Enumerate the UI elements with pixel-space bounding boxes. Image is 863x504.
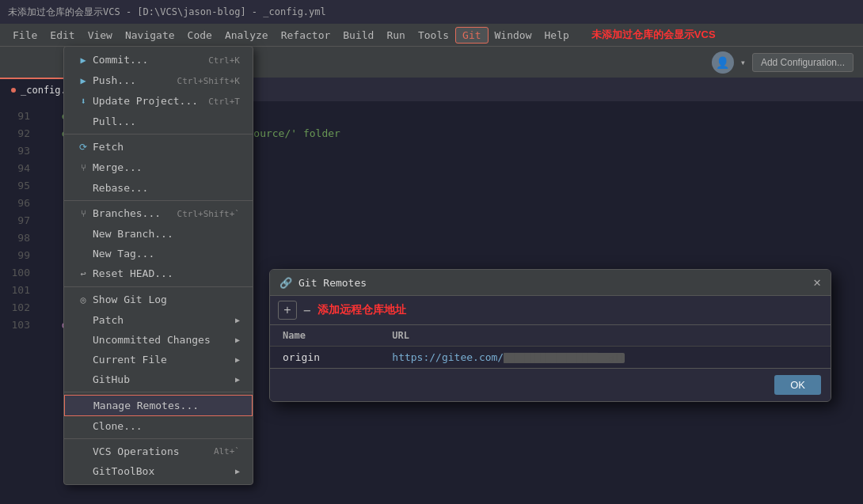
remote-url-cell: https://gitee.com/██████████████████ .gi… [379, 347, 831, 369]
menu-build[interactable]: Build [336, 28, 380, 43]
push-icon: ▶ [77, 74, 89, 87]
menu-edit[interactable]: Edit [44, 28, 81, 43]
menu-view[interactable]: View [82, 28, 119, 43]
title-bar: 未添加过仓库的会显示VCS - [D:\VCS\jason-blog] - _c… [0, 0, 863, 24]
dialog-title-bar: 🔗 Git Remotes ✕ [270, 270, 831, 296]
remote-name-cell: origin [270, 347, 379, 369]
vcs-ops-shortcut: Alt+` [214, 446, 240, 457]
avatar-icon: 👤 [716, 56, 729, 69]
git-menu-push[interactable]: ▶Push... Ctrl+Shift+K [64, 70, 253, 91]
line-num-102: 102 [10, 299, 30, 316]
url-blurred: ██████████████████ .git [504, 353, 624, 363]
menu-window[interactable]: Window [489, 28, 538, 43]
menu-help[interactable]: Help [538, 28, 576, 43]
line-num-98: 98 [10, 229, 30, 247]
push-shortcut: Ctrl+Shift+K [177, 76, 240, 86]
dialog-annotation: 添加远程仓库地址 [317, 303, 406, 317]
git-remotes-dialog: 🔗 Git Remotes ✕ + − 添加远程仓库地址 Name URL or… [269, 269, 831, 402]
dialog-close-button[interactable]: ✕ [813, 276, 821, 289]
line-num-103: 103 [10, 316, 30, 334]
git-menu-new-branch[interactable]: New Branch... [64, 224, 253, 244]
line-num-96: 96 [10, 195, 30, 212]
git-dropdown-menu: ▶Commit... Ctrl+K ▶Push... Ctrl+Shift+K … [63, 46, 253, 485]
git-menu-pull[interactable]: Pull... [64, 112, 253, 131]
col-header-url: URL [379, 325, 831, 347]
dialog-title-text: Git Remotes [298, 277, 367, 289]
branches-shortcut: Ctrl+Shift+` [177, 209, 240, 219]
git-menu-fetch[interactable]: ⟳Fetch [64, 137, 253, 157]
line-num-92: 92 [10, 125, 30, 142]
title-text: 未添加过仓库的会显示VCS - [D:\VCS\jason-blog] - _c… [8, 6, 326, 19]
git-log-icon: ◎ [77, 294, 89, 306]
git-menu-clone[interactable]: Clone... [64, 416, 253, 436]
menu-bar: File Edit View Navigate Code Analyze Ref… [0, 24, 863, 46]
menu-tools[interactable]: Tools [412, 28, 455, 43]
git-menu-rebase[interactable]: Rebase... [64, 178, 253, 198]
current-file-submenu-arrow: ▶ [235, 355, 240, 364]
menu-refactor[interactable]: Refactor [275, 28, 337, 43]
vcs-annotation: 未添加过仓库的会显示VCS [591, 28, 716, 42]
git-menu-merge[interactable]: ⑂Merge... [64, 157, 253, 178]
menu-navigate[interactable]: Navigate [119, 28, 181, 43]
line-num-97: 97 [10, 212, 30, 229]
remove-remote-button[interactable]: − [303, 303, 311, 318]
separator-1 [64, 134, 253, 135]
git-menu-reset-head[interactable]: ↩Reset HEAD... [64, 263, 253, 284]
github-submenu-arrow: ▶ [235, 375, 240, 384]
git-menu-update[interactable]: ⬇Update Project... Ctrl+T [64, 91, 253, 112]
separator-5 [64, 438, 253, 439]
git-menu-patch[interactable]: Patch ▶ [64, 310, 253, 330]
dialog-footer: OK [270, 368, 831, 401]
patch-submenu-arrow: ▶ [235, 316, 240, 324]
line-num-99: 99 [10, 247, 30, 264]
avatar-dropdown-arrow[interactable]: ▾ [740, 57, 746, 68]
git-menu-github[interactable]: GitHub ▶ [64, 369, 253, 389]
merge-icon: ⑂ [77, 161, 89, 174]
dialog-title: 🔗 Git Remotes [279, 277, 367, 289]
menu-code[interactable]: Code [181, 28, 219, 43]
git-menu-branches[interactable]: ⑂Branches... Ctrl+Shift+` [64, 203, 253, 224]
dialog-toolbar: + − 添加远程仓库地址 [270, 296, 831, 325]
update-icon: ⬇ [77, 95, 89, 108]
git-menu-commit[interactable]: ▶Commit... Ctrl+K [64, 50, 253, 70]
commit-shortcut: Ctrl+K [208, 55, 240, 66]
fetch-icon: ⟳ [77, 141, 89, 153]
tab-modified-dot [11, 88, 16, 93]
git-menu-show-git-log[interactable]: ◎Show Git Log [64, 290, 253, 310]
separator-2 [64, 200, 253, 201]
update-shortcut: Ctrl+T [208, 97, 240, 107]
dialog-title-icon: 🔗 [279, 277, 292, 289]
line-num-93: 93 [10, 142, 30, 160]
line-numbers: 91 92 93 94 95 96 97 98 99 100 101 102 1… [0, 101, 40, 504]
line-num-100: 100 [10, 264, 30, 282]
git-menu-manage-remotes[interactable]: Manage Remotes... [64, 395, 253, 416]
col-header-name: Name [270, 325, 379, 347]
ok-button[interactable]: OK [774, 375, 821, 395]
separator-4 [64, 392, 253, 392]
uncommitted-submenu-arrow: ▶ [235, 335, 240, 344]
git-menu-current-file[interactable]: Current File ▶ [64, 350, 253, 369]
remotes-table: Name URL origin https://gitee.com/██████… [270, 325, 831, 368]
branches-icon: ⑂ [77, 207, 89, 220]
add-remote-button[interactable]: + [278, 301, 297, 320]
menu-git[interactable]: Git [455, 27, 488, 44]
git-menu-vcs-ops[interactable]: VCS Operations Alt+` [64, 441, 253, 461]
separator-3 [64, 286, 253, 287]
reset-icon: ↩ [77, 267, 89, 280]
menu-analyze[interactable]: Analyze [219, 28, 275, 43]
git-menu-new-tag[interactable]: New Tag... [64, 244, 253, 263]
table-row[interactable]: origin https://gitee.com/███████████████… [270, 347, 831, 369]
menu-run[interactable]: Run [380, 28, 411, 43]
avatar[interactable]: 👤 [712, 51, 734, 74]
line-num-94: 94 [10, 160, 30, 177]
add-configuration-button[interactable]: Add Configuration... [752, 53, 853, 72]
line-num-95: 95 [10, 177, 30, 195]
commit-icon: ▶ [77, 54, 89, 66]
menu-file[interactable]: File [6, 28, 44, 43]
git-menu-uncommitted[interactable]: Uncommitted Changes ▶ [64, 330, 253, 350]
line-num-101: 101 [10, 282, 30, 299]
line-num-91: 91 [10, 108, 30, 125]
gittoolbox-submenu-arrow: ▶ [235, 467, 240, 476]
git-menu-gittoolbox[interactable]: GitToolBox ▶ [64, 461, 253, 481]
